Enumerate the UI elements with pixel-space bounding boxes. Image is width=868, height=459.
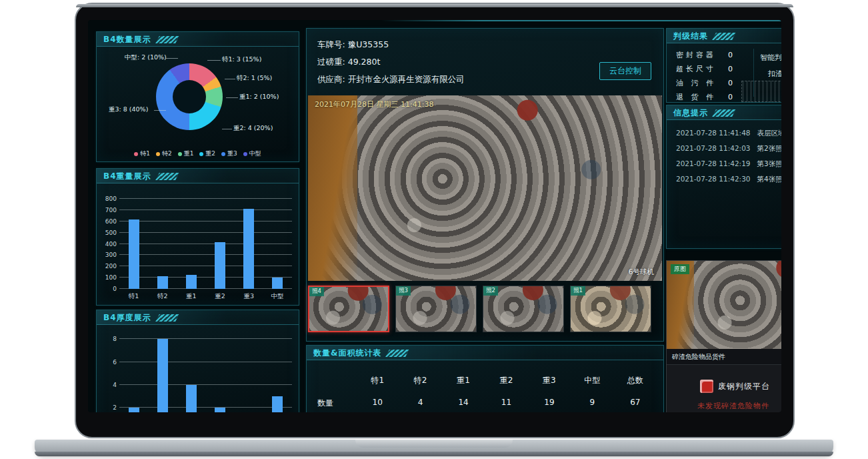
thumbnail-photo-4[interactable]: 照4 bbox=[308, 286, 389, 332]
grading-dashed-box bbox=[741, 81, 781, 102]
messages-panel: 信息提示 2021-07-28 11:41:48表层区域计算成2021-07-2… bbox=[666, 105, 781, 249]
thumbnail-photo-2[interactable]: 照2 bbox=[483, 286, 564, 332]
grading-result-panel: 判级结果 密封容器0超长尺寸0油污件0退货件0 智能判级: 扣渣量: bbox=[666, 28, 781, 103]
message-text: 第3张照片表层判 bbox=[757, 159, 781, 169]
legend-item[interactable]: 中型 bbox=[243, 149, 261, 158]
bar bbox=[272, 278, 283, 289]
bar bbox=[157, 276, 168, 289]
table-header-cell: 特1 bbox=[356, 375, 399, 386]
bar-item: 中型 bbox=[272, 199, 283, 289]
laptop-lid: B4数量展示 特1: 3 (15%) 特2: 1 (5%) 重1: 2 (10%… bbox=[75, 3, 795, 438]
ptz-control-button[interactable]: 云台控制 bbox=[599, 62, 651, 80]
bar bbox=[215, 408, 225, 412]
bar-item: 重1 bbox=[186, 199, 197, 289]
legend-dot-icon bbox=[134, 152, 138, 156]
y-tick-label: 8 bbox=[99, 336, 117, 342]
table-header-cell: 总数 bbox=[614, 375, 657, 386]
panel-tab-icon bbox=[386, 350, 410, 357]
legend-item[interactable]: 特2 bbox=[156, 149, 172, 158]
grading-row: 超长尺寸0 bbox=[676, 64, 747, 74]
legend-dot-icon bbox=[156, 152, 160, 156]
panel-tab-icon bbox=[155, 173, 179, 180]
x-tick-label: 重1 bbox=[186, 292, 197, 301]
table-cell: 10 bbox=[356, 398, 399, 409]
bar bbox=[243, 209, 254, 289]
pie-leader-line bbox=[154, 110, 166, 111]
thumbnail-photo-1[interactable]: 照1 bbox=[570, 286, 651, 332]
quantity-panel-title: B4数量展示 bbox=[97, 32, 299, 47]
quantity-panel: B4数量展示 特1: 3 (15%) 特2: 1 (5%) 重1: 2 (10%… bbox=[96, 31, 299, 162]
y-tick-label: 6 bbox=[99, 359, 117, 366]
message-row: 2021-07-28 11:42:19第3张照片表层判 bbox=[676, 159, 781, 169]
pie-leader-line bbox=[225, 79, 235, 79]
thumbnail-badge: 照3 bbox=[396, 286, 411, 296]
scrap-texture bbox=[308, 95, 662, 281]
y-tick-label: 400 bbox=[99, 241, 117, 248]
message-time: 2021-07-28 11:42:19 bbox=[676, 159, 751, 169]
table-header-cell: 中型 bbox=[571, 375, 613, 386]
y-tick-label: 4 bbox=[99, 382, 117, 388]
stats-table-panel: 数量&面积统计表 特1特2重1重2重3中型总数数量104141119967面积 bbox=[306, 345, 664, 412]
table-header-cell bbox=[313, 375, 356, 386]
weight-panel: B4重量展示 0100200300400500600700800特1特2重1重2… bbox=[96, 168, 299, 306]
bar-item bbox=[129, 329, 139, 412]
grading-value: 0 bbox=[728, 93, 733, 101]
message-row: 2021-07-28 11:42:03第2张照片表层判 bbox=[676, 144, 781, 153]
legend-label: 重1 bbox=[184, 149, 194, 158]
legend-item[interactable]: 特1 bbox=[134, 149, 150, 158]
legend-item[interactable]: 重3 bbox=[221, 149, 237, 158]
weight-panel-title-text: B4重量展示 bbox=[103, 171, 151, 181]
pie-leader-line bbox=[226, 97, 238, 98]
legend-dot-icon bbox=[243, 152, 247, 156]
panel-tab-icon bbox=[712, 109, 736, 117]
panel-tab-icon bbox=[712, 33, 736, 40]
dashboard-screen: B4数量展示 特1: 3 (15%) 特2: 1 (5%) 重1: 2 (10%… bbox=[88, 20, 781, 412]
weight-chart: 0100200300400500600700800特1特2重1重2重3中型 bbox=[119, 199, 292, 289]
laptop-base-notch bbox=[355, 440, 513, 448]
pie-leader-line bbox=[222, 129, 232, 129]
screen-top-glow bbox=[381, 20, 781, 21]
table-cell: 14 bbox=[442, 398, 485, 409]
grading-panel-title: 判级结果 bbox=[667, 29, 781, 43]
table-cell: 4 bbox=[399, 398, 441, 409]
grading-row: 油污件0 bbox=[676, 78, 747, 88]
plate-value: 豫U35355 bbox=[348, 39, 389, 49]
quantity-legend: 特1特2重1重2重3中型 bbox=[97, 149, 299, 158]
plate-line: 车牌号: 豫U35355 bbox=[317, 39, 389, 51]
pie-label-te2: 特2: 1 (5%) bbox=[237, 74, 272, 83]
bar-item bbox=[157, 329, 168, 412]
grading-row: 退货件0 bbox=[676, 92, 747, 102]
y-tick-label: 2 bbox=[99, 404, 117, 411]
bar-item: 特2 bbox=[157, 199, 168, 289]
x-tick-label: 特1 bbox=[129, 292, 139, 301]
live-camera-view: 2021年07月28日 星期三 11:41:38 6号球机 bbox=[308, 95, 662, 281]
bar-item bbox=[272, 329, 283, 412]
grading-label: 密封容器 bbox=[676, 50, 713, 60]
pie-label-zhong1: 重1: 2 (10%) bbox=[239, 93, 279, 101]
grading-label: 退货件 bbox=[676, 92, 713, 102]
legend-label: 重3 bbox=[227, 149, 237, 158]
y-tick-label: 800 bbox=[99, 195, 117, 202]
no-danger-alert-text: 未发现碎渣危险物件 bbox=[697, 401, 769, 411]
messages-list[interactable]: 2021-07-28 11:41:48表层区域计算成2021-07-28 11:… bbox=[667, 123, 781, 184]
grading-label: 油污件 bbox=[676, 78, 713, 88]
bar-item bbox=[186, 329, 197, 412]
y-tick-label: 700 bbox=[99, 207, 117, 213]
vehicle-media-panel: 车牌号: 豫U35355 过磅重: 49.280t 供应商: 开封市金火源再生资… bbox=[306, 28, 664, 342]
brand-row: 废钢判级平台 bbox=[700, 380, 770, 393]
legend-label: 中型 bbox=[249, 149, 261, 158]
debris-caption: 碎渣危险物品货件 bbox=[667, 349, 781, 365]
legend-label: 特1 bbox=[140, 149, 150, 158]
legend-item[interactable]: 重2 bbox=[199, 149, 215, 158]
pie-leader-line bbox=[166, 58, 178, 59]
laptop-base bbox=[35, 440, 833, 456]
weighbridge-value: 49.280t bbox=[348, 57, 381, 67]
bar bbox=[272, 396, 283, 412]
grading-value: 0 bbox=[728, 51, 733, 59]
grading-list: 密封容器0超长尺寸0油污件0退货件0 bbox=[667, 46, 747, 102]
thumbnail-photo-3[interactable]: 照3 bbox=[395, 286, 477, 332]
smart-grading-label: 智能判级: bbox=[760, 53, 781, 63]
thickness-panel-title-text: B4厚度展示 bbox=[103, 313, 151, 322]
legend-item[interactable]: 重1 bbox=[178, 149, 194, 158]
bar-item bbox=[215, 329, 225, 412]
